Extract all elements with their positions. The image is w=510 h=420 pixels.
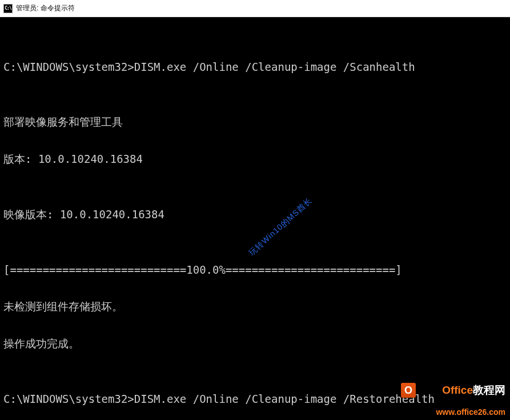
terminal-line: 操作成功完成。 (3, 334, 508, 353)
cmd-icon: C:\ (3, 4, 13, 13)
window-titlebar: C:\ 管理员: 命令提示符 (0, 0, 510, 17)
terminal-line: 未检测到组件存储损坏。 (3, 297, 508, 315)
window-title: 管理员: 命令提示符 (16, 3, 75, 13)
terminal-line: 部署映像服务和管理工具 (3, 113, 508, 131)
terminal-body[interactable]: C:\WINDOWS\system32>DISM.exe /Online /Cl… (0, 17, 510, 420)
site-logo-badge: O Office教程网 www.office26.com (401, 374, 505, 417)
terminal-line: 映像版本: 10.0.10240.16384 (3, 205, 508, 223)
terminal-line: C:\WINDOWS\system32>DISM.exe /Online /Cl… (3, 58, 508, 76)
terminal-line: 版本: 10.0.10240.16384 (3, 150, 508, 168)
office-logo-icon: O (401, 383, 416, 398)
terminal-line: [===========================100.0%======… (3, 261, 508, 279)
logo-brand-suffix: 教程网 (473, 384, 505, 396)
watermark-text: 玩转Win10的MS酋长 (246, 194, 315, 259)
logo-text: Office教程网 (418, 374, 505, 408)
logo-url: www.office26.com (436, 408, 505, 417)
logo-brand-prefix: Office (442, 384, 473, 396)
